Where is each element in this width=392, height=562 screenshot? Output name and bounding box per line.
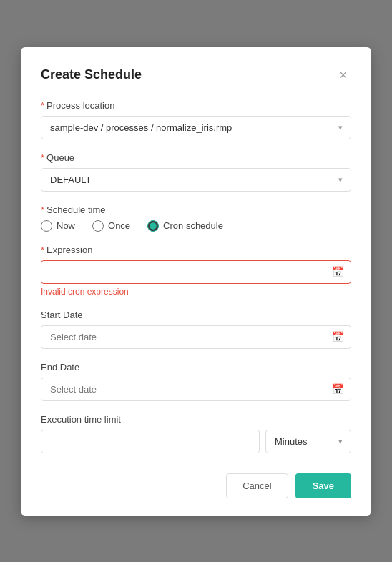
- expression-field: * Expression 📅 Invalid cron expression: [41, 245, 351, 297]
- required-star-schedule: *: [41, 204, 44, 215]
- radio-cron-label[interactable]: Cron schedule: [147, 220, 223, 232]
- execution-time-limit-field: Execution time limit Minutes Hours Secon…: [41, 414, 351, 453]
- radio-once-label[interactable]: Once: [92, 220, 130, 232]
- modal-footer: Cancel Save: [41, 473, 351, 498]
- process-location-select-wrapper: sample-dev / processes / normalize_iris.…: [41, 116, 351, 139]
- execution-time-limit-input[interactable]: [41, 430, 260, 453]
- close-button[interactable]: ×: [335, 67, 351, 83]
- start-date-field: Start Date 📅: [41, 310, 351, 349]
- radio-now-label[interactable]: Now: [41, 220, 75, 232]
- start-date-label: Start Date: [41, 310, 351, 320]
- queue-select-wrapper: DEFAULT ▾: [41, 168, 351, 192]
- execution-time-limit-label: Execution time limit: [41, 414, 351, 425]
- end-date-input[interactable]: [41, 378, 351, 401]
- radio-once-text: Once: [108, 220, 130, 231]
- process-location-select[interactable]: sample-dev / processes / normalize_iris.…: [41, 116, 351, 139]
- modal-title: Create Schedule: [41, 67, 142, 82]
- queue-select[interactable]: DEFAULT: [41, 168, 351, 192]
- end-date-field: End Date 📅: [41, 362, 351, 401]
- required-star: *: [41, 100, 44, 111]
- end-date-input-wrapper: 📅: [41, 378, 351, 401]
- required-star-queue: *: [41, 152, 44, 163]
- process-location-field: * Process location sample-dev / processe…: [41, 100, 351, 139]
- create-schedule-modal: Create Schedule × * Process location sam…: [21, 47, 371, 516]
- start-date-input-wrapper: 📅: [41, 325, 351, 349]
- required-star-expression: *: [41, 245, 44, 255]
- radio-now-text: Now: [57, 220, 75, 231]
- process-location-label: * Process location: [41, 100, 351, 111]
- schedule-time-field: * Schedule time Now Once Cron schedule: [41, 204, 351, 232]
- time-unit-select[interactable]: Minutes Hours Seconds: [265, 430, 351, 453]
- expression-error: Invalid cron expression: [41, 287, 351, 297]
- schedule-time-radio-group: Now Once Cron schedule: [41, 220, 351, 232]
- end-date-label: End Date: [41, 362, 351, 373]
- cancel-button[interactable]: Cancel: [226, 473, 288, 498]
- queue-field: * Queue DEFAULT ▾: [41, 152, 351, 192]
- queue-label: * Queue: [41, 152, 351, 163]
- radio-now[interactable]: [41, 220, 52, 232]
- schedule-time-label: * Schedule time: [41, 204, 351, 215]
- execution-time-limit-row: Minutes Hours Seconds ▾: [41, 430, 351, 453]
- modal-header: Create Schedule ×: [41, 67, 351, 83]
- radio-cron[interactable]: [147, 220, 159, 232]
- radio-once[interactable]: [92, 220, 104, 232]
- radio-cron-text: Cron schedule: [163, 220, 223, 231]
- expression-label: * Expression: [41, 245, 351, 255]
- expression-input[interactable]: [41, 260, 351, 284]
- time-unit-select-wrapper: Minutes Hours Seconds ▾: [265, 430, 351, 453]
- modal-overlay: Create Schedule × * Process location sam…: [0, 0, 392, 562]
- expression-input-wrapper: 📅: [41, 260, 351, 284]
- save-button[interactable]: Save: [295, 473, 351, 498]
- start-date-input[interactable]: [41, 325, 351, 349]
